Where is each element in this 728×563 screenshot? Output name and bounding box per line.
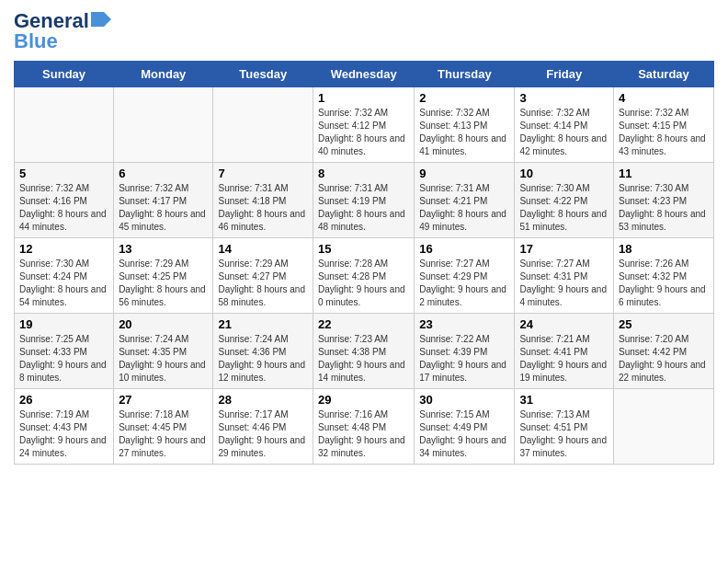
- cell-info: Sunrise: 7:21 AM: [519, 333, 609, 346]
- cell-info: Sunrise: 7:23 AM: [318, 333, 409, 346]
- cell-info: Sunset: 4:13 PM: [419, 120, 509, 132]
- calendar-cell: 8Sunrise: 7:31 AMSunset: 4:19 PMDaylight…: [313, 163, 415, 238]
- day-header-saturday: Saturday: [614, 62, 714, 87]
- cell-info: Daylight: 8 hours and 51 minutes.: [519, 208, 609, 234]
- day-number: 11: [619, 167, 709, 180]
- calendar-cell: [15, 87, 114, 163]
- cell-info: Daylight: 9 hours and 6 minutes.: [619, 283, 709, 309]
- day-number: 14: [218, 242, 308, 256]
- cell-info: Daylight: 8 hours and 58 minutes.: [218, 283, 308, 309]
- week-row-4: 19Sunrise: 7:25 AMSunset: 4:33 PMDayligh…: [15, 314, 714, 389]
- cell-info: Daylight: 9 hours and 32 minutes.: [318, 434, 409, 460]
- cell-info: Sunrise: 7:32 AM: [318, 107, 409, 120]
- day-number: 29: [318, 393, 409, 407]
- cell-info: Sunrise: 7:16 AM: [318, 408, 409, 421]
- week-row-1: 1Sunrise: 7:32 AMSunset: 4:12 PMDaylight…: [15, 87, 714, 163]
- cell-info: Sunset: 4:23 PM: [619, 195, 709, 208]
- cell-info: Daylight: 9 hours and 12 minutes.: [218, 359, 308, 385]
- cell-info: Sunset: 4:36 PM: [218, 346, 308, 359]
- day-number: 22: [318, 317, 409, 331]
- cell-info: Daylight: 9 hours and 17 minutes.: [419, 359, 509, 385]
- cell-info: Daylight: 9 hours and 22 minutes.: [619, 359, 709, 385]
- cell-info: Sunset: 4:17 PM: [119, 195, 208, 208]
- calendar-cell: [114, 87, 213, 163]
- day-header-monday: Monday: [114, 62, 213, 87]
- week-row-3: 12Sunrise: 7:30 AMSunset: 4:24 PMDayligh…: [15, 238, 714, 314]
- cell-info: Sunset: 4:49 PM: [419, 421, 509, 434]
- cell-info: Sunset: 4:43 PM: [19, 421, 108, 434]
- day-header-wednesday: Wednesday: [313, 62, 415, 87]
- cell-info: Daylight: 8 hours and 49 minutes.: [419, 208, 509, 234]
- calendar-cell: 30Sunrise: 7:15 AMSunset: 4:49 PMDayligh…: [415, 389, 515, 465]
- cell-info: Sunset: 4:12 PM: [318, 120, 409, 132]
- cell-info: Sunrise: 7:27 AM: [419, 258, 509, 270]
- cell-info: Daylight: 8 hours and 48 minutes.: [318, 208, 409, 234]
- day-number: 16: [419, 242, 509, 256]
- cell-info: Sunrise: 7:19 AM: [19, 408, 108, 421]
- calendar-header: SundayMondayTuesdayWednesdayThursdayFrid…: [15, 62, 714, 87]
- cell-info: Sunset: 4:29 PM: [419, 270, 509, 283]
- cell-info: Sunset: 4:39 PM: [419, 346, 509, 359]
- day-number: 17: [519, 242, 609, 256]
- calendar-table: SundayMondayTuesdayWednesdayThursdayFrid…: [14, 61, 714, 465]
- day-number: 12: [19, 242, 108, 256]
- cell-info: Sunset: 4:25 PM: [119, 270, 208, 283]
- day-number: 18: [619, 242, 709, 256]
- logo: General Blue: [14, 9, 111, 53]
- day-number: 2: [419, 91, 509, 105]
- cell-info: Daylight: 8 hours and 46 minutes.: [218, 208, 308, 234]
- day-number: 4: [619, 91, 709, 105]
- day-header-friday: Friday: [515, 62, 614, 87]
- cell-info: Daylight: 9 hours and 19 minutes.: [519, 359, 609, 385]
- calendar-cell: 21Sunrise: 7:24 AMSunset: 4:36 PMDayligh…: [213, 314, 313, 389]
- calendar-cell: 20Sunrise: 7:24 AMSunset: 4:35 PMDayligh…: [114, 314, 213, 389]
- day-number: 1: [318, 91, 409, 105]
- day-number: 26: [19, 393, 108, 407]
- calendar-cell: 18Sunrise: 7:26 AMSunset: 4:32 PMDayligh…: [614, 238, 714, 314]
- cell-info: Sunset: 4:48 PM: [318, 421, 409, 434]
- cell-info: Sunrise: 7:26 AM: [619, 258, 709, 270]
- cell-info: Daylight: 9 hours and 24 minutes.: [19, 434, 108, 460]
- cell-info: Daylight: 9 hours and 14 minutes.: [318, 359, 409, 385]
- cell-info: Sunrise: 7:13 AM: [519, 408, 609, 421]
- logo-blue: Blue: [14, 29, 58, 53]
- cell-info: Sunset: 4:18 PM: [218, 195, 308, 208]
- day-number: 3: [519, 91, 609, 105]
- calendar-cell: 28Sunrise: 7:17 AMSunset: 4:46 PMDayligh…: [213, 389, 313, 465]
- calendar-cell: 23Sunrise: 7:22 AMSunset: 4:39 PMDayligh…: [415, 314, 515, 389]
- cell-info: Sunrise: 7:25 AM: [19, 333, 108, 346]
- cell-info: Sunset: 4:38 PM: [318, 346, 409, 359]
- cell-info: Sunset: 4:22 PM: [519, 195, 609, 208]
- cell-info: Sunrise: 7:32 AM: [19, 182, 108, 195]
- cell-info: Daylight: 9 hours and 8 minutes.: [19, 359, 108, 385]
- calendar-cell: 12Sunrise: 7:30 AMSunset: 4:24 PMDayligh…: [15, 238, 114, 314]
- day-number: 25: [619, 317, 709, 331]
- day-header-tuesday: Tuesday: [213, 62, 313, 87]
- calendar-cell: 3Sunrise: 7:32 AMSunset: 4:14 PMDaylight…: [515, 87, 614, 163]
- cell-info: Sunset: 4:33 PM: [19, 346, 108, 359]
- day-number: 20: [119, 317, 208, 331]
- day-number: 6: [119, 167, 208, 180]
- day-number: 19: [19, 317, 108, 331]
- week-row-5: 26Sunrise: 7:19 AMSunset: 4:43 PMDayligh…: [15, 389, 714, 465]
- calendar-cell: 31Sunrise: 7:13 AMSunset: 4:51 PMDayligh…: [515, 389, 614, 465]
- cell-info: Daylight: 8 hours and 53 minutes.: [619, 208, 709, 234]
- cell-info: Daylight: 8 hours and 41 minutes.: [419, 132, 509, 158]
- cell-info: Daylight: 8 hours and 40 minutes.: [318, 132, 409, 158]
- cell-info: Sunrise: 7:31 AM: [218, 182, 308, 195]
- day-header-sunday: Sunday: [15, 62, 114, 87]
- cell-info: Sunset: 4:42 PM: [619, 346, 709, 359]
- cell-info: Daylight: 8 hours and 45 minutes.: [119, 208, 208, 234]
- cell-info: Sunrise: 7:20 AM: [619, 333, 709, 346]
- day-number: 9: [419, 167, 509, 180]
- calendar-cell: 26Sunrise: 7:19 AMSunset: 4:43 PMDayligh…: [15, 389, 114, 465]
- cell-info: Daylight: 8 hours and 43 minutes.: [619, 132, 709, 158]
- day-header-thursday: Thursday: [415, 62, 515, 87]
- cell-info: Daylight: 9 hours and 37 minutes.: [519, 434, 609, 460]
- cell-info: Sunset: 4:28 PM: [318, 270, 409, 283]
- cell-info: Daylight: 8 hours and 54 minutes.: [19, 283, 108, 309]
- day-number: 8: [318, 167, 409, 180]
- calendar-cell: 24Sunrise: 7:21 AMSunset: 4:41 PMDayligh…: [515, 314, 614, 389]
- calendar-cell: 4Sunrise: 7:32 AMSunset: 4:15 PMDaylight…: [614, 87, 714, 163]
- calendar-cell: 17Sunrise: 7:27 AMSunset: 4:31 PMDayligh…: [515, 238, 614, 314]
